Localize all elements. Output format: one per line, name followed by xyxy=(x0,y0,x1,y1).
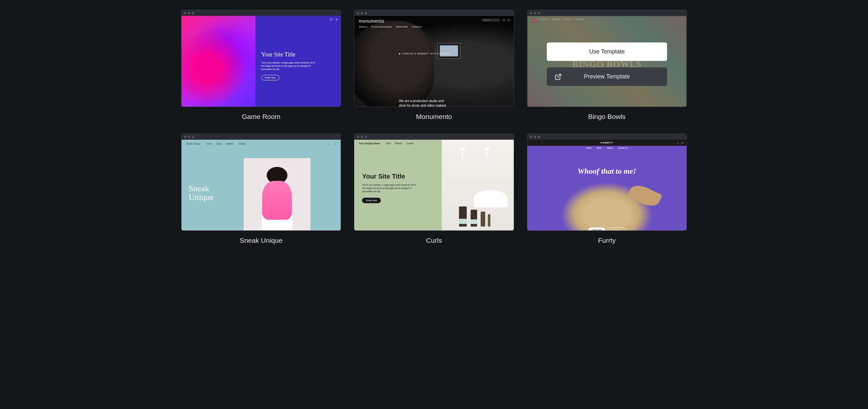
hero-image xyxy=(437,43,461,59)
hero-image xyxy=(354,21,434,107)
site-description: This is your website, a single-page onli… xyxy=(261,61,316,71)
contact-button: Contact Us xyxy=(608,227,625,231)
window-chrome xyxy=(527,134,686,140)
tagline: TURNING A MOMENT INTO ETERNITY xyxy=(399,53,451,55)
template-card-curls[interactable]: Your Company Name Store Delivery Contact… xyxy=(354,133,514,244)
search-icon: ⌕ xyxy=(328,143,330,145)
template-thumbnail[interactable]: Your Company Name Store Delivery Contact… xyxy=(354,133,514,231)
template-thumbnail[interactable]: Sneak Unique Home Store Delivery Contact… xyxy=(181,133,341,231)
template-thumbnail[interactable]: monumento About us Products and services… xyxy=(354,10,514,107)
window-chrome xyxy=(354,134,514,140)
nav-menu: Your Company Name Store Delivery Contact xyxy=(359,142,437,145)
site-description: This is your website, a single-page onli… xyxy=(362,183,419,193)
brand-logo: Sneak Unique xyxy=(186,142,200,145)
svg-line-0 xyxy=(557,74,561,77)
template-card-bingo-bowls[interactable]: BOWLS DRINKS ABOUT DELIVERY BINGO BOWLS … xyxy=(527,10,687,121)
template-card-sneak-unique[interactable]: Sneak Unique Home Store Delivery Contact… xyxy=(181,133,341,244)
use-template-button[interactable]: Use Template xyxy=(547,42,667,61)
template-name: Curls xyxy=(426,237,442,244)
template-name: Bingo Bowls xyxy=(588,113,626,121)
window-chrome xyxy=(527,10,686,16)
template-card-furrty[interactable]: FURRTY ⌕ ☐ Home Store About Contact us W… xyxy=(527,133,687,244)
hover-overlay: Use Template Preview Template xyxy=(527,16,686,107)
template-name: Game Room xyxy=(242,113,280,121)
site-title: Your Site Title xyxy=(362,173,434,180)
preview-template-button[interactable]: Preview Template xyxy=(547,67,667,86)
hero-text: We are a production studio and shop for … xyxy=(399,99,447,107)
site-title: Your Site Title xyxy=(261,51,335,58)
search-input: Search xyxy=(481,19,500,22)
window-chrome xyxy=(354,10,514,16)
window-chrome xyxy=(182,134,341,140)
order-button: Order Now xyxy=(589,227,605,231)
template-name: Monumento xyxy=(416,113,452,121)
window-chrome xyxy=(182,10,341,16)
hero-image: Your Company Name xyxy=(182,16,255,107)
template-thumbnail[interactable]: FURRTY ⌕ ☐ Home Store About Contact us W… xyxy=(527,133,687,231)
order-button: Order Now xyxy=(362,198,381,203)
hero-image xyxy=(442,140,514,231)
external-link-icon xyxy=(555,73,562,81)
template-thumbnail[interactable]: Your Company Name ☐≡ Your Site Title Thi… xyxy=(181,10,341,107)
order-button: Order Now xyxy=(261,75,279,81)
cart-icon: ☐ xyxy=(681,141,683,144)
hero-image xyxy=(561,182,653,231)
template-grid: Your Company Name ☐≡ Your Site Title Thi… xyxy=(181,10,687,244)
nav-menu: Sneak Unique Home Store Delivery Contact… xyxy=(182,140,341,148)
menu-icon: ≡ xyxy=(336,18,337,21)
company-name: Your Company Name xyxy=(181,18,182,20)
hero-image xyxy=(244,158,311,231)
cart-icon: ☐ xyxy=(330,18,333,21)
cart-icon: ☐ xyxy=(507,19,510,22)
hero-title: Whoof that to me! xyxy=(578,167,636,176)
hero-title: Sneak Unique xyxy=(189,184,214,202)
company-name: Your Company Name xyxy=(359,142,380,145)
template-card-game-room[interactable]: Your Company Name ☐≡ Your Site Title Thi… xyxy=(181,10,341,121)
template-thumbnail[interactable]: BOWLS DRINKS ABOUT DELIVERY BINGO BOWLS … xyxy=(527,10,687,107)
nav-menu: About us Products and services Studio re… xyxy=(359,26,421,28)
user-icon: ☐ xyxy=(503,19,505,22)
search-icon: ⌕ xyxy=(677,141,679,144)
template-card-monumento[interactable]: monumento About us Products and services… xyxy=(354,10,514,121)
template-name: Sneak Unique xyxy=(240,237,283,244)
cart-icon: ☐ xyxy=(334,143,336,145)
nav-menu: Home Store About Contact us xyxy=(527,147,686,149)
template-name: Furrty xyxy=(598,237,616,244)
brand-logo: FURRTY xyxy=(600,141,613,144)
brand-logo: monumento xyxy=(359,19,384,24)
